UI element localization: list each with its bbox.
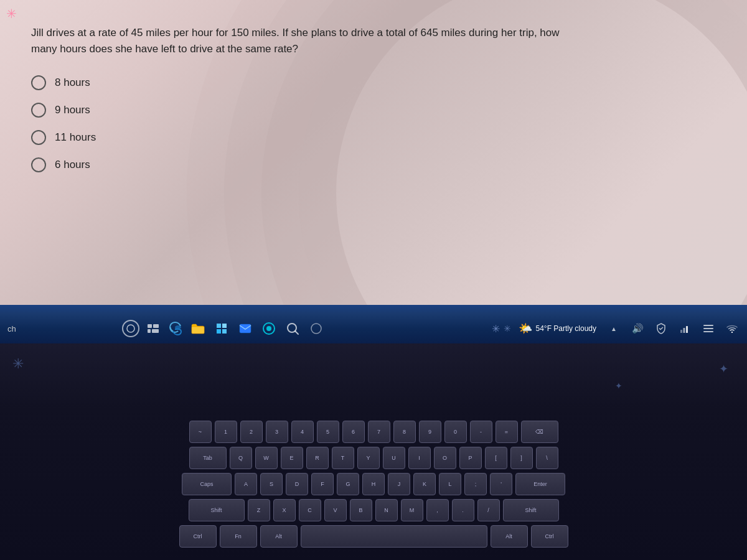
key-backslash[interactable]: \	[536, 447, 558, 469]
key-shift-right[interactable]: Shift	[503, 499, 559, 521]
magnifier-button[interactable]	[283, 319, 303, 338]
key-caps[interactable]: Caps	[182, 473, 232, 495]
option-d[interactable]: 6 hours	[31, 157, 716, 172]
key-j[interactable]: J	[388, 473, 410, 495]
key-bracket-left[interactable]: [	[485, 447, 507, 469]
key-m[interactable]: M	[401, 499, 423, 521]
key-w[interactable]: W	[255, 447, 278, 469]
system-tray-expand[interactable]: ▲	[604, 319, 624, 338]
key-alt-left[interactable]: Alt	[260, 525, 298, 548]
network-button[interactable]	[675, 319, 695, 338]
option-c[interactable]: 11 hours	[31, 130, 716, 145]
empty-circle-button[interactable]	[306, 319, 326, 338]
wifi-button[interactable]	[722, 319, 742, 338]
key-g[interactable]: G	[337, 473, 359, 495]
key-f[interactable]: F	[311, 473, 334, 495]
option-a[interactable]: 8 hours	[31, 75, 716, 90]
key-3[interactable]: 3	[266, 421, 288, 443]
radio-a[interactable]	[31, 75, 46, 90]
weather-button[interactable]: 🌤️ 54°F Partly cloudy	[515, 319, 600, 338]
key-u[interactable]: U	[383, 447, 405, 469]
key-5[interactable]: 5	[317, 421, 339, 443]
key-8[interactable]: 8	[393, 421, 416, 443]
svg-rect-14	[684, 328, 685, 333]
key-l[interactable]: L	[439, 473, 461, 495]
quiz-area: ✳ Jill drives at a rate of 45 miles per …	[0, 0, 747, 305]
key-4[interactable]: 4	[291, 421, 314, 443]
cortana-button[interactable]	[259, 319, 279, 338]
windows-menu-button[interactable]	[212, 319, 232, 338]
key-tilde[interactable]: ~	[189, 421, 212, 443]
key-z[interactable]: Z	[248, 499, 270, 521]
key-9[interactable]: 9	[419, 421, 441, 443]
radio-d[interactable]	[31, 157, 46, 172]
mail-button[interactable]	[235, 319, 255, 338]
key-1[interactable]: 1	[215, 421, 237, 443]
key-s[interactable]: S	[260, 473, 283, 495]
key-comma[interactable]: ,	[426, 499, 449, 521]
option-b-label: 9 hours	[55, 104, 90, 116]
key-alt-right[interactable]: Alt	[491, 525, 528, 548]
svg-rect-18	[703, 331, 713, 332]
search-button[interactable]	[122, 320, 139, 337]
svg-rect-7	[240, 324, 251, 333]
option-a-label: 8 hours	[55, 77, 90, 89]
key-bracket-right[interactable]: ]	[510, 447, 533, 469]
option-b[interactable]: 9 hours	[31, 103, 716, 118]
svg-rect-16	[703, 325, 713, 326]
svg-point-5	[175, 325, 181, 329]
key-shift-left[interactable]: Shift	[189, 499, 245, 521]
key-equals[interactable]: =	[496, 421, 518, 443]
key-ctrl-right[interactable]: Ctrl	[531, 525, 568, 548]
key-semicolon[interactable]: ;	[464, 473, 487, 495]
key-q[interactable]: Q	[230, 447, 252, 469]
key-h[interactable]: H	[362, 473, 385, 495]
key-7[interactable]: 7	[368, 421, 390, 443]
radio-b[interactable]	[31, 103, 46, 118]
task-view-button[interactable]	[143, 319, 163, 338]
file-explorer-button[interactable]	[188, 319, 208, 338]
key-p[interactable]: P	[459, 447, 482, 469]
key-b[interactable]: B	[350, 499, 372, 521]
key-i[interactable]: I	[408, 447, 431, 469]
key-x[interactable]: X	[273, 499, 296, 521]
key-r[interactable]: R	[306, 447, 329, 469]
key-enter[interactable]: Enter	[515, 473, 565, 495]
chevron-up-icon: ▲	[611, 325, 617, 332]
svg-point-0	[127, 325, 134, 332]
radio-c[interactable]	[31, 130, 46, 145]
taskbar-left: ch	[5, 324, 117, 334]
edge-browser-button[interactable]	[167, 320, 184, 337]
key-a[interactable]: A	[235, 473, 257, 495]
key-0[interactable]: 0	[444, 421, 467, 443]
key-quote[interactable]: '	[490, 473, 512, 495]
key-c[interactable]: C	[299, 499, 321, 521]
key-o[interactable]: O	[434, 447, 456, 469]
key-y[interactable]: Y	[357, 447, 380, 469]
key-minus[interactable]: -	[470, 421, 492, 443]
key-t[interactable]: T	[332, 447, 354, 469]
svg-rect-2	[153, 324, 159, 328]
key-2[interactable]: 2	[240, 421, 263, 443]
key-slash[interactable]: /	[477, 499, 500, 521]
speaker-button[interactable]: 🔊	[627, 319, 647, 338]
key-e[interactable]: E	[281, 447, 303, 469]
key-tab[interactable]: Tab	[189, 447, 227, 469]
key-fn[interactable]: Fn	[220, 525, 257, 548]
keyboard-deco-star-2: ✦	[719, 362, 728, 376]
key-v[interactable]: V	[324, 499, 347, 521]
key-backspace[interactable]: ⌫	[521, 421, 558, 443]
key-6[interactable]: 6	[342, 421, 365, 443]
key-d[interactable]: D	[286, 473, 308, 495]
options-container: 8 hours 9 hours 11 hours 6 hours	[31, 75, 716, 172]
key-period[interactable]: .	[452, 499, 474, 521]
notifications-button[interactable]	[651, 319, 671, 338]
key-n[interactable]: N	[375, 499, 398, 521]
svg-rect-17	[703, 328, 713, 329]
star-icon-2: ✳	[504, 324, 511, 334]
key-k[interactable]: K	[413, 473, 436, 495]
more-options-button[interactable]	[698, 319, 718, 338]
keyboard-row-2: Tab Q W E R T Y U I O P [ ] \	[19, 447, 728, 469]
key-ctrl-left[interactable]: Ctrl	[179, 525, 217, 548]
key-space[interactable]	[301, 525, 487, 548]
